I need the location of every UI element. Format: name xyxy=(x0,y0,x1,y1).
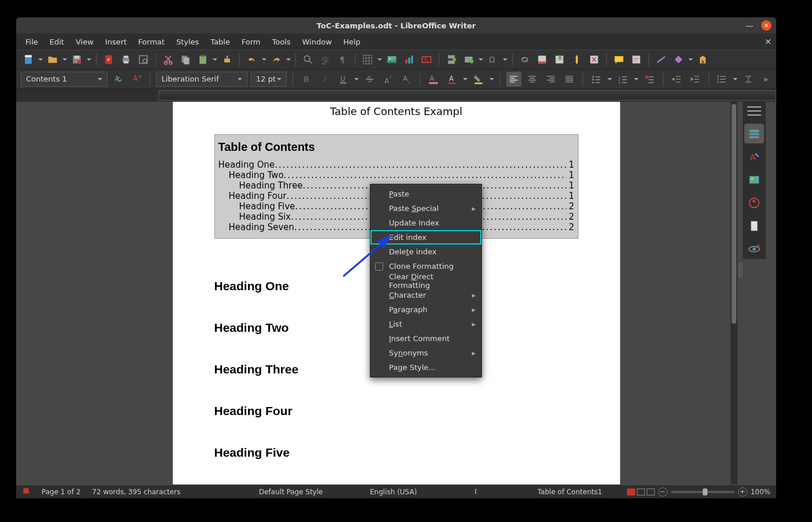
undo-dropdown[interactable] xyxy=(262,52,266,67)
strikethrough-icon[interactable]: S xyxy=(362,72,377,87)
paste-dropdown[interactable] xyxy=(213,52,217,67)
ctx-list[interactable]: List▸ xyxy=(370,317,481,331)
align-left-icon[interactable] xyxy=(506,72,521,87)
font-name-select[interactable]: Liberation Serif xyxy=(156,72,247,87)
status-selection-mode[interactable]: Table of Contents1 xyxy=(537,488,602,496)
menu-styles[interactable]: Styles xyxy=(170,35,205,49)
ctx-clear-formatting[interactable]: Clear Direct Formatting xyxy=(370,273,481,288)
no-list-icon[interactable] xyxy=(642,72,657,87)
status-save-icon[interactable] xyxy=(22,487,30,497)
insert-comment-icon[interactable] xyxy=(611,52,626,67)
bullet-dropdown[interactable] xyxy=(607,72,612,87)
field-dropdown[interactable] xyxy=(479,52,483,67)
close-button[interactable]: ✕ xyxy=(761,20,772,31)
status-word-count[interactable]: 72 words, 395 characters xyxy=(92,488,180,496)
menu-window[interactable]: Window xyxy=(296,35,338,49)
copy-icon[interactable] xyxy=(178,52,193,67)
subscript-icon[interactable]: A2 xyxy=(399,72,414,87)
spellcheck-icon[interactable]: ab xyxy=(318,52,333,67)
underline-icon[interactable]: U xyxy=(336,72,351,87)
sidebar-expand-handle[interactable] xyxy=(738,262,743,277)
status-language[interactable]: English (USA) xyxy=(370,488,417,496)
ctx-update-index[interactable]: Update Index xyxy=(370,216,481,230)
line-spacing-dropdown[interactable] xyxy=(733,72,737,87)
minimize-button[interactable]: — xyxy=(745,21,754,30)
insert-textbox-icon[interactable]: A xyxy=(419,52,434,67)
line-spacing-icon[interactable] xyxy=(715,72,730,87)
draw-functions-icon[interactable] xyxy=(695,52,710,67)
redo-icon[interactable] xyxy=(269,52,284,67)
bold-icon[interactable]: B xyxy=(299,72,314,87)
insert-footnote-icon[interactable] xyxy=(535,52,550,67)
zoom-slider[interactable] xyxy=(671,491,735,493)
track-changes-icon[interactable] xyxy=(587,52,602,67)
ctx-paragraph[interactable]: Paragraph▸ xyxy=(370,302,481,317)
font-color-icon[interactable]: A xyxy=(444,72,459,87)
menu-file[interactable]: File xyxy=(20,35,44,49)
vertical-scrollbar[interactable] xyxy=(731,102,737,484)
status-zoom-percent[interactable]: 100% xyxy=(751,488,770,496)
document-title[interactable]: Table of Contents Exampl xyxy=(214,105,579,118)
new-dropdown[interactable] xyxy=(38,52,43,67)
document-close-icon[interactable]: ✕ xyxy=(765,37,772,46)
insert-field-icon[interactable] xyxy=(461,52,476,67)
menu-view[interactable]: View xyxy=(70,35,99,49)
sidebar-styles-icon[interactable]: A xyxy=(744,147,764,166)
view-book-icon[interactable] xyxy=(647,488,655,495)
italic-icon[interactable]: I xyxy=(317,72,332,87)
status-page[interactable]: Page 1 of 2 xyxy=(42,488,80,496)
decrease-indent-icon[interactable] xyxy=(688,72,703,87)
ctx-character[interactable]: Character▸ xyxy=(370,288,481,302)
align-right-icon[interactable] xyxy=(543,72,558,87)
ctx-paste[interactable]: Paste xyxy=(370,187,481,201)
horizontal-ruler[interactable] xyxy=(158,89,776,102)
save-dropdown[interactable] xyxy=(87,52,91,67)
view-single-page-icon[interactable] xyxy=(627,488,635,495)
ctx-paste-special[interactable]: Paste Special▸ xyxy=(370,201,481,216)
ctx-page-style[interactable]: Page Style... xyxy=(370,360,481,375)
highlight-dropdown[interactable] xyxy=(490,72,494,87)
menu-tools[interactable]: Tools xyxy=(266,35,296,49)
basic-shapes-icon[interactable] xyxy=(671,52,686,67)
sidebar-gallery-icon[interactable] xyxy=(744,170,764,190)
new-style-icon[interactable]: A+ xyxy=(129,72,144,87)
menu-insert[interactable]: Insert xyxy=(99,35,132,49)
menu-table[interactable]: Table xyxy=(205,35,236,49)
ctx-clone-formatting[interactable]: Clone Formatting xyxy=(370,259,481,273)
menu-help[interactable]: Help xyxy=(338,35,366,49)
paragraph-style-select[interactable]: Contents 1 xyxy=(21,72,107,87)
insert-page-break-icon[interactable] xyxy=(444,52,459,67)
numbered-list-icon[interactable]: 123 xyxy=(616,72,631,87)
cut-icon[interactable] xyxy=(161,52,176,67)
insert-bookmark-icon[interactable] xyxy=(552,52,567,67)
insert-image-icon[interactable] xyxy=(384,52,399,67)
scrollbar-thumb[interactable] xyxy=(732,104,736,324)
underline-dropdown[interactable] xyxy=(354,72,359,87)
special-char-dropdown[interactable] xyxy=(503,52,507,67)
ctx-insert-comment[interactable]: Insert Comment xyxy=(370,331,481,346)
view-multi-page-icon[interactable] xyxy=(637,488,645,495)
status-insert-mode[interactable]: I xyxy=(474,487,477,496)
insert-line-icon[interactable] xyxy=(654,52,669,67)
insert-special-char-icon[interactable]: Ω xyxy=(485,52,500,67)
sidebar-properties-icon[interactable] xyxy=(744,124,764,143)
menu-form[interactable]: Form xyxy=(236,35,266,49)
body-heading[interactable]: Heading Five xyxy=(214,446,579,460)
zoom-in-button[interactable]: + xyxy=(738,487,747,497)
clear-formatting-icon[interactable]: A xyxy=(426,72,441,87)
sidebar-page-icon[interactable] xyxy=(744,216,764,236)
print-preview-icon[interactable] xyxy=(136,52,151,67)
toc-entry[interactable]: Heading Two.............................… xyxy=(218,170,574,180)
status-page-style[interactable]: Default Page Style xyxy=(259,488,323,496)
formatting-marks-icon[interactable]: ¶ xyxy=(335,52,350,67)
insert-chart-icon[interactable] xyxy=(402,52,417,67)
align-justify-icon[interactable] xyxy=(562,72,577,87)
export-pdf-icon[interactable]: P xyxy=(101,52,116,67)
toc-entry[interactable]: Heading One.............................… xyxy=(218,160,574,170)
menu-edit[interactable]: Edit xyxy=(44,35,70,49)
ctx-delete-index[interactable]: Delete index xyxy=(370,245,481,259)
font-color-dropdown[interactable] xyxy=(463,72,468,87)
insert-cross-ref-icon[interactable] xyxy=(569,52,584,67)
align-center-icon[interactable] xyxy=(525,72,540,87)
numbered-dropdown[interactable] xyxy=(634,72,639,87)
